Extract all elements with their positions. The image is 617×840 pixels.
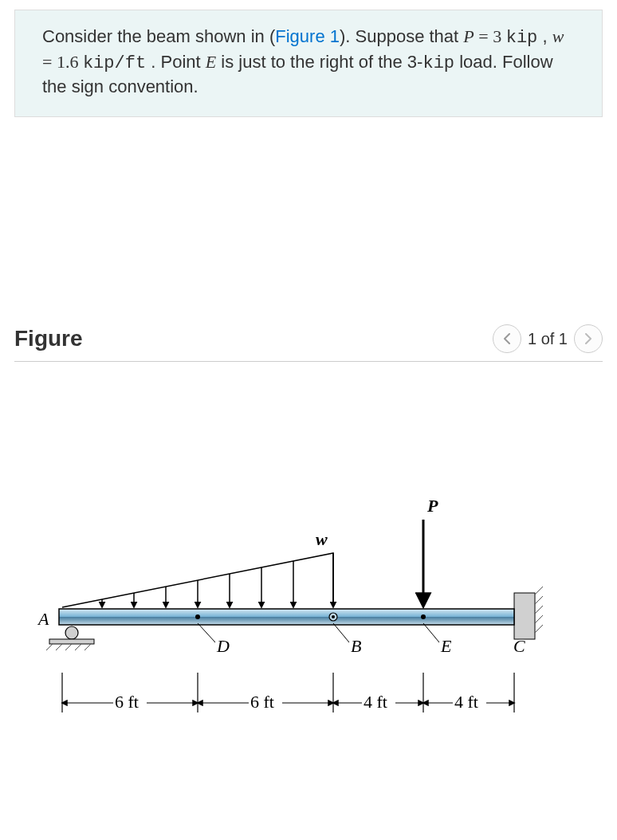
pager-text: 1 of 1 (528, 330, 568, 348)
label-A: A (37, 609, 49, 629)
eq1: = 3 (474, 26, 506, 46)
problem-text-post2: . Point (146, 52, 206, 72)
svg-line-16 (75, 644, 81, 650)
svg-point-8 (332, 615, 335, 618)
label-P: P (426, 496, 438, 516)
figure-pager: 1 of 1 (493, 324, 603, 353)
svg-line-2 (535, 596, 543, 604)
dim-4: 4 ft (454, 692, 478, 712)
problem-text-pre: Consider the beam shown in ( (42, 26, 275, 46)
chevron-right-icon (584, 333, 593, 344)
svg-line-3 (535, 606, 543, 614)
label-C: C (513, 636, 525, 656)
svg-line-15 (65, 644, 72, 650)
svg-line-28 (333, 623, 349, 642)
figure-heading: Figure (14, 326, 83, 351)
var-E: E (206, 52, 216, 72)
var-P: P (463, 26, 474, 46)
svg-rect-6 (59, 609, 514, 625)
dim-2: 6 ft (250, 692, 274, 712)
problem-statement: Consider the beam shown in (Figure 1). S… (14, 10, 603, 117)
figure-reference-link[interactable]: Figure 1 (275, 26, 340, 46)
sep: , (537, 26, 552, 46)
svg-point-10 (421, 614, 426, 619)
svg-line-29 (423, 623, 439, 642)
svg-line-27 (198, 623, 215, 642)
svg-point-9 (195, 614, 200, 619)
dim-1: 6 ft (115, 692, 139, 712)
label-E: E (440, 636, 452, 656)
figure-header: Figure 1 of 1 (14, 324, 603, 362)
unit-kip-2: kip (422, 53, 454, 73)
next-figure-button[interactable] (574, 324, 603, 353)
svg-line-14 (56, 644, 62, 650)
svg-line-4 (535, 615, 543, 623)
svg-line-1 (535, 587, 543, 595)
label-w: w (316, 529, 328, 549)
svg-rect-12 (49, 639, 94, 644)
beam-diagram: w P A D B E C 6 ft 6 ft 4 ft 4 ft (14, 386, 603, 768)
svg-rect-0 (514, 593, 535, 639)
svg-line-5 (535, 625, 543, 633)
eq2: = 1.6 (42, 52, 83, 72)
label-D: D (216, 636, 230, 656)
unit-kip-1: kip (506, 28, 538, 48)
chevron-left-icon (502, 333, 512, 344)
problem-text-post1: ). Suppose that (340, 26, 463, 46)
problem-text-post3: is just to the right of the 3- (216, 52, 422, 72)
svg-point-11 (65, 626, 78, 639)
svg-line-17 (84, 644, 91, 650)
prev-figure-button[interactable] (493, 324, 521, 353)
var-w: w (552, 26, 564, 46)
unit-kipft: kip/ft (83, 53, 146, 73)
dim-3: 4 ft (364, 692, 387, 712)
support-roller-icon (46, 626, 94, 650)
label-B: B (351, 636, 361, 656)
svg-line-13 (46, 644, 53, 650)
